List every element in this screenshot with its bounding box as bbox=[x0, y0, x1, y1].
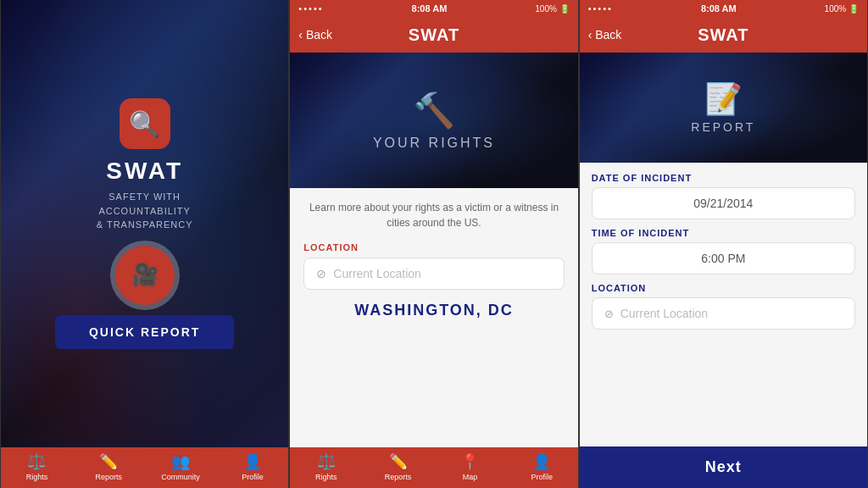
profile-icon: 👤 bbox=[243, 452, 262, 471]
rights-icon: ⚖️ bbox=[27, 452, 46, 471]
location-input-3[interactable]: ⊘ Current Location bbox=[592, 297, 855, 330]
compass-icon-3: ⊘ bbox=[604, 308, 614, 320]
record-button[interactable]: 🎥 bbox=[115, 246, 175, 305]
tab-rights[interactable]: ⚖️ Rights bbox=[1, 452, 73, 481]
tab-community[interactable]: 👥 Community bbox=[145, 452, 217, 481]
community-icon: 👥 bbox=[171, 452, 190, 471]
app-icon: 🔍 bbox=[120, 98, 170, 149]
time-input[interactable]: 6:00 PM bbox=[592, 242, 855, 274]
app-tagline: SAFETY WITH ACCOUNTABILITY & TRANSPARENC… bbox=[97, 190, 193, 232]
back-button-3[interactable]: ‹ Back bbox=[588, 28, 622, 42]
back-button-2[interactable]: ‹ Back bbox=[298, 28, 332, 42]
tab-profile-label: Profile bbox=[242, 473, 264, 481]
content-3: DATE OF INCIDENT 09/21/2014 TIME OF INCI… bbox=[580, 163, 867, 446]
map-icon: 📍 bbox=[460, 452, 479, 471]
quick-report-button[interactable]: QUICK REPORT bbox=[55, 315, 234, 349]
time-value: 6:00 PM bbox=[701, 252, 745, 265]
hero-banner-2: 🔨 YOUR RIGHTS bbox=[290, 53, 577, 188]
reports-icon: ✏️ bbox=[99, 452, 118, 471]
location-section-label: LOCATION bbox=[303, 242, 564, 252]
phone-3: ••••• 8:08 AM 100% 🔋 ‹ Back SWAT 📝 REPOR… bbox=[579, 0, 868, 488]
tab-profile[interactable]: 👤 Profile bbox=[216, 452, 288, 481]
report-icon: 📝 bbox=[704, 81, 743, 117]
camera-icon: 🎥 bbox=[131, 262, 159, 288]
tab2-map[interactable]: 📍 Map bbox=[434, 452, 506, 481]
tab2-profile-label: Profile bbox=[531, 473, 553, 481]
signal-dots: ••••• bbox=[298, 3, 323, 14]
status-bar-3: ••••• 8:08 AM 100% 🔋 bbox=[580, 0, 867, 17]
status-time: 8:08 AM bbox=[412, 3, 448, 14]
nav-bar-2: ‹ Back SWAT bbox=[290, 17, 577, 53]
phone-2: ••••• 8:08 AM 100% 🔋 ‹ Back SWAT 🔨 YOUR … bbox=[289, 0, 578, 488]
date-input[interactable]: 09/21/2014 bbox=[592, 187, 855, 219]
tab-reports[interactable]: ✏️ Reports bbox=[73, 452, 145, 481]
next-button[interactable]: Next bbox=[580, 446, 867, 488]
magnifier-icon: 🔍 bbox=[129, 109, 160, 139]
location-placeholder-3: Current Location bbox=[620, 307, 709, 320]
tab2-rights[interactable]: ⚖️ Rights bbox=[290, 452, 362, 481]
hero-banner-3: 📝 REPORT bbox=[580, 53, 867, 163]
tab-rights-label: Rights bbox=[26, 473, 48, 481]
location-label-3: LOCATION bbox=[592, 283, 855, 293]
location-placeholder-2: Current Location bbox=[333, 267, 421, 280]
compass-icon-2: ⊘ bbox=[316, 267, 326, 280]
battery-indicator-3: 100% 🔋 bbox=[825, 4, 859, 14]
hero-section: 🔍 SWAT SAFETY WITH ACCOUNTABILITY & TRAN… bbox=[1, 0, 288, 447]
location-input-2[interactable]: ⊘ Current Location bbox=[303, 258, 564, 290]
date-value: 09/21/2014 bbox=[693, 197, 753, 210]
tab-bar-2: ⚖️ Rights ✏️ Reports 📍 Map 👤 Profile bbox=[290, 447, 577, 488]
battery-indicator: 100% 🔋 bbox=[535, 4, 569, 14]
date-label: DATE OF INCIDENT bbox=[592, 173, 855, 183]
banner-title-2: YOUR RIGHTS bbox=[373, 136, 495, 151]
rights-icon-2: ⚖️ bbox=[317, 452, 336, 471]
content-description: Learn more about your rights as a victim… bbox=[303, 200, 564, 230]
time-label: TIME OF INCIDENT bbox=[592, 228, 855, 238]
profile-icon-2: 👤 bbox=[532, 452, 551, 471]
nav-title-2: SWAT bbox=[409, 25, 459, 45]
city-name: WASHINGTON, DC bbox=[303, 302, 564, 319]
tab2-rights-label: Rights bbox=[315, 473, 337, 481]
status-time-3: 8:08 AM bbox=[701, 3, 737, 14]
tab2-reports[interactable]: ✏️ Reports bbox=[362, 452, 434, 481]
nav-title-3: SWAT bbox=[698, 25, 748, 45]
tab2-map-label: Map bbox=[463, 473, 478, 481]
tab2-profile[interactable]: 👤 Profile bbox=[506, 452, 578, 481]
reports-icon-2: ✏️ bbox=[389, 452, 408, 471]
tab2-reports-label: Reports bbox=[385, 473, 412, 481]
content-2: Learn more about your rights as a victim… bbox=[290, 188, 577, 447]
phone-1: 🔍 SWAT SAFETY WITH ACCOUNTABILITY & TRAN… bbox=[0, 0, 289, 488]
tab-community-label: Community bbox=[161, 473, 200, 481]
signal-dots-3: ••••• bbox=[588, 3, 613, 14]
nav-bar-3: ‹ Back SWAT bbox=[580, 17, 867, 53]
tab-bar: ⚖️ Rights ✏️ Reports 👥 Community 👤 Profi… bbox=[1, 447, 288, 488]
status-bar-2: ••••• 8:08 AM 100% 🔋 bbox=[290, 0, 577, 17]
gavel-icon: 🔨 bbox=[413, 91, 455, 130]
banner-title-3: REPORT bbox=[691, 120, 755, 134]
app-name: SWAT bbox=[106, 158, 183, 185]
tab-reports-label: Reports bbox=[95, 473, 122, 481]
